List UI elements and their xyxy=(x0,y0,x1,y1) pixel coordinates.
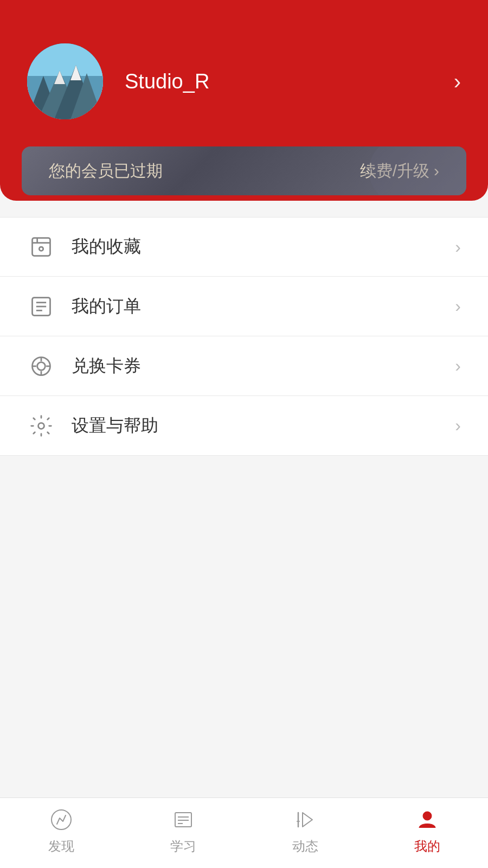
learn-nav-label: 学习 xyxy=(170,838,196,855)
redeem-chevron-icon: › xyxy=(455,356,461,376)
menu-list: 我的收藏 › 我的订单 › 兑换卡券 › xyxy=(0,217,488,456)
mine-nav-label: 我的 xyxy=(414,838,440,855)
svg-point-17 xyxy=(37,362,46,370)
membership-banner[interactable]: 您的会员已过期 续费/升级 › xyxy=(22,146,466,195)
redeem-label: 兑换卡券 xyxy=(72,354,455,378)
menu-item-redeem[interactable]: 兑换卡券 › xyxy=(0,336,488,396)
svg-point-31 xyxy=(423,812,432,820)
coupon-icon xyxy=(27,352,55,380)
orders-chevron-icon: › xyxy=(455,296,461,316)
membership-expired-text: 您的会员已过期 xyxy=(49,160,163,182)
membership-renew-arrow-icon: › xyxy=(434,162,439,180)
nav-item-mine[interactable]: 我的 xyxy=(366,806,488,860)
favorites-chevron-icon: › xyxy=(455,237,461,257)
settings-icon xyxy=(27,412,55,440)
settings-chevron-icon: › xyxy=(455,416,461,436)
svg-point-11 xyxy=(39,247,43,251)
profile-arrow-icon: › xyxy=(454,69,461,94)
bottom-navigation: 发现 学习 动态 xyxy=(0,797,488,868)
discover-icon xyxy=(48,806,75,833)
nav-item-discover[interactable]: 发现 xyxy=(0,806,122,860)
profile-section[interactable]: Studio_R › xyxy=(0,43,488,119)
menu-item-settings[interactable]: 设置与帮助 › xyxy=(0,396,488,456)
learn-icon xyxy=(170,806,197,833)
discover-nav-label: 发现 xyxy=(48,838,74,855)
svg-marker-28 xyxy=(303,813,312,827)
menu-item-favorites[interactable]: 我的收藏 › xyxy=(0,217,488,277)
activity-nav-label: 动态 xyxy=(292,838,318,855)
order-icon xyxy=(27,292,55,321)
menu-item-orders[interactable]: 我的订单 › xyxy=(0,277,488,336)
settings-label: 设置与帮助 xyxy=(72,414,455,438)
orders-label: 我的订单 xyxy=(72,295,455,318)
svg-point-22 xyxy=(38,423,44,429)
membership-renew-button[interactable]: 续费/升级 › xyxy=(360,160,439,182)
bookmark-icon xyxy=(27,233,55,261)
favorites-label: 我的收藏 xyxy=(72,235,455,259)
avatar xyxy=(27,43,103,119)
nav-item-activity[interactable]: 动态 xyxy=(244,806,366,860)
username-label: Studio_R xyxy=(125,70,454,93)
mine-icon xyxy=(414,806,441,833)
nav-item-learn[interactable]: 学习 xyxy=(122,806,244,860)
activity-icon xyxy=(292,806,319,833)
